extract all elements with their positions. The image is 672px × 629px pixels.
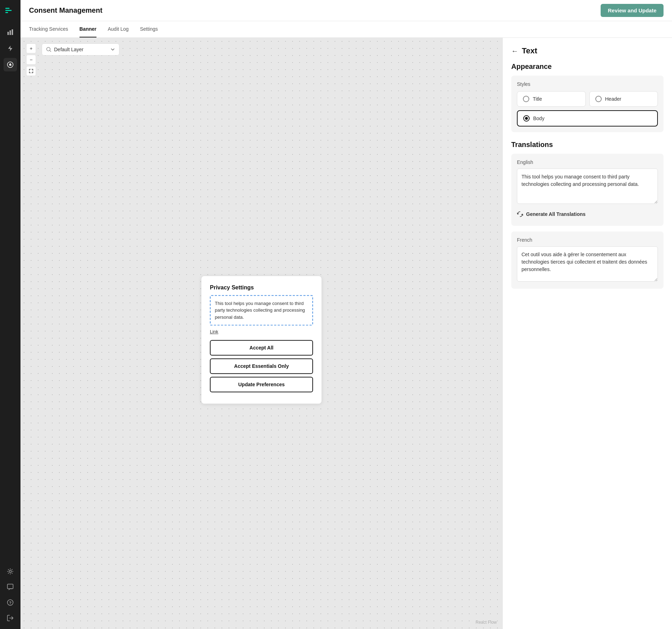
styles-box: Styles Title Header <box>511 76 664 132</box>
panel-title: Text <box>522 46 537 55</box>
svg-rect-1 <box>5 10 12 11</box>
style-option-header[interactable]: Header <box>589 91 658 107</box>
svg-rect-4 <box>10 30 11 35</box>
tab-audit-log[interactable]: Audit Log <box>108 21 129 37</box>
privacy-card-title: Privacy Settings <box>210 284 313 291</box>
logout-icon[interactable] <box>4 611 17 625</box>
sidebar: ? <box>0 0 20 629</box>
style-header-label: Header <box>605 96 621 102</box>
canvas-panel: Default Layer + − Privacy Settings This … <box>20 38 502 629</box>
settings-icon[interactable] <box>4 565 17 578</box>
back-arrow-icon[interactable]: ← <box>511 47 518 55</box>
translations-section: Translations English This tool helps you… <box>511 141 664 289</box>
appearance-section: Appearance Styles Title Header <box>511 63 664 132</box>
clock-icon[interactable] <box>4 58 17 71</box>
english-label: English <box>517 159 658 165</box>
svg-text:?: ? <box>9 601 12 605</box>
svg-rect-2 <box>5 12 8 13</box>
tab-banner[interactable]: Banner <box>79 21 96 37</box>
privacy-card-body-text[interactable]: This tool helps you manage consent to th… <box>210 295 313 326</box>
style-body-label: Body <box>533 116 544 121</box>
appearance-heading: Appearance <box>511 63 664 71</box>
bolt-icon[interactable] <box>4 42 17 55</box>
content-area: Default Layer + − Privacy Settings This … <box>20 38 672 629</box>
style-title-label: Title <box>533 96 542 102</box>
sidebar-bottom: ? <box>4 565 17 625</box>
accept-essentials-button[interactable]: Accept Essentials Only <box>210 358 313 374</box>
tab-tracking-services[interactable]: Tracking Services <box>29 21 68 37</box>
styles-label: Styles <box>517 81 658 87</box>
panel-header: ← Text <box>511 46 664 55</box>
privacy-card: Privacy Settings This tool helps you man… <box>201 276 322 404</box>
translations-heading: Translations <box>511 141 664 149</box>
expand-button[interactable] <box>26 66 36 76</box>
svg-rect-3 <box>7 32 9 35</box>
tabs-bar: Tracking Services Banner Audit Log Setti… <box>20 21 672 38</box>
right-panel: ← Text Appearance Styles Title He <box>502 38 672 629</box>
app-logo <box>4 4 17 17</box>
generate-btn-label: Generate All Translations <box>526 211 585 217</box>
help-icon[interactable]: ? <box>4 596 17 609</box>
french-textarea[interactable]: Cet outil vous aide à gérer le consentem… <box>517 246 658 282</box>
header: Consent Management Review and Update <box>20 0 672 21</box>
review-update-button[interactable]: Review and Update <box>601 4 664 17</box>
zoom-out-button[interactable]: − <box>26 55 36 65</box>
accept-all-button[interactable]: Accept All <box>210 340 313 355</box>
privacy-card-link[interactable]: Link <box>210 329 313 334</box>
style-option-title[interactable]: Title <box>517 91 586 107</box>
svg-rect-0 <box>5 8 10 9</box>
styles-grid: Title Header Body <box>517 91 658 127</box>
chat-icon[interactable] <box>4 580 17 594</box>
main-container: Consent Management Review and Update Tra… <box>20 0 672 629</box>
bar-chart-icon[interactable] <box>4 25 17 39</box>
svg-rect-9 <box>7 584 13 589</box>
english-textarea[interactable]: This tool helps you manage consent to th… <box>517 169 658 204</box>
zoom-in-button[interactable]: + <box>26 43 36 53</box>
layer-dropdown-label: Default Layer <box>54 47 83 52</box>
radio-body <box>523 115 530 122</box>
layer-dropdown[interactable]: Default Layer <box>42 43 119 55</box>
radio-header <box>595 96 602 102</box>
generate-translations-button[interactable]: Generate All Translations <box>517 208 585 220</box>
page-title: Consent Management <box>29 6 102 14</box>
canvas-controls: + − <box>26 43 36 76</box>
english-lang-box: English This tool helps you manage conse… <box>511 154 664 226</box>
french-label: French <box>517 237 658 243</box>
react-flow-label: React Flow <box>476 620 497 625</box>
french-lang-box: French Cet outil vous aide à gérer le co… <box>511 231 664 289</box>
radio-dot <box>525 117 528 120</box>
style-option-body[interactable]: Body <box>517 110 658 127</box>
svg-rect-5 <box>12 29 13 35</box>
radio-title <box>523 96 529 102</box>
svg-point-8 <box>9 570 11 572</box>
tab-settings[interactable]: Settings <box>140 21 158 37</box>
update-preferences-button[interactable]: Update Preferences <box>210 377 313 392</box>
